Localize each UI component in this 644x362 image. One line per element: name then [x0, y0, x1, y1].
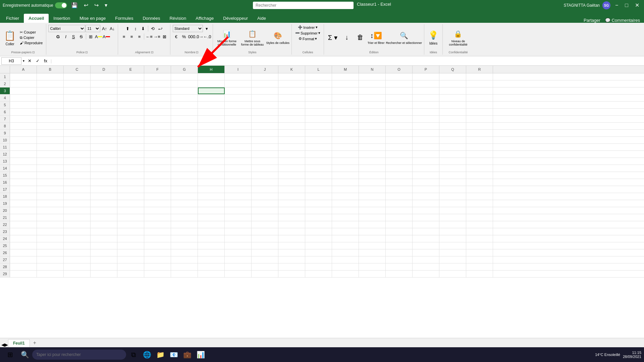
- cell-L17[interactable]: [305, 186, 332, 193]
- cell-M24[interactable]: [332, 235, 359, 242]
- cell-P27[interactable]: [413, 256, 439, 263]
- row-header-17[interactable]: 17: [0, 186, 10, 193]
- cell-D1[interactable]: [91, 73, 117, 80]
- cell-O13[interactable]: [386, 158, 413, 165]
- cell-F14[interactable]: [144, 165, 171, 172]
- cell-R11[interactable]: [466, 144, 493, 150]
- cell-B28[interactable]: [37, 263, 64, 270]
- col-header-o[interactable]: O: [386, 66, 413, 73]
- cell-G6[interactable]: [171, 109, 198, 115]
- cell-N7[interactable]: [359, 116, 386, 122]
- tab-fichier[interactable]: Fichier: [1, 14, 24, 23]
- cell-M15[interactable]: [332, 172, 359, 179]
- cell-C28[interactable]: [64, 263, 91, 270]
- mettre-sous-forme-button[interactable]: 📋: [246, 29, 259, 39]
- cell-G7[interactable]: [171, 116, 198, 122]
- cell-E29[interactable]: [117, 270, 144, 277]
- cell-L9[interactable]: [305, 130, 332, 136]
- cell-P16[interactable]: [413, 179, 439, 186]
- cell-R5[interactable]: [466, 102, 493, 108]
- cell-J28[interactable]: [252, 263, 278, 270]
- comments-button[interactable]: 💬 Commentaires: [605, 18, 640, 23]
- cell-A15[interactable]: [10, 172, 37, 179]
- row-header-27[interactable]: 27: [0, 256, 10, 263]
- cell-J15[interactable]: [252, 172, 278, 179]
- cell-N3[interactable]: [359, 87, 386, 94]
- cell-J13[interactable]: [252, 158, 278, 165]
- cell-K25[interactable]: [278, 242, 305, 249]
- cell-R16[interactable]: [466, 179, 493, 186]
- cell-B19[interactable]: [37, 200, 64, 207]
- cell-E17[interactable]: [117, 186, 144, 193]
- cell-C24[interactable]: [64, 235, 91, 242]
- cell-H28[interactable]: [198, 263, 225, 270]
- cell-L20[interactable]: [305, 207, 332, 214]
- cell-N17[interactable]: [359, 186, 386, 193]
- cell-A16[interactable]: [10, 179, 37, 186]
- cell-M29[interactable]: [332, 270, 359, 277]
- cell-E27[interactable]: [117, 256, 144, 263]
- cell-L29[interactable]: [305, 270, 332, 277]
- cell-N9[interactable]: [359, 130, 386, 136]
- cell-A3[interactable]: [10, 87, 37, 94]
- cell-H15[interactable]: [198, 172, 225, 179]
- cell-B18[interactable]: [37, 193, 64, 200]
- cell-C12[interactable]: [64, 151, 91, 158]
- cell-F12[interactable]: [144, 151, 171, 158]
- cell-L18[interactable]: [305, 193, 332, 200]
- row-header-28[interactable]: 28: [0, 263, 10, 270]
- row-header-29[interactable]: 29: [0, 270, 10, 277]
- cell-C9[interactable]: [64, 130, 91, 136]
- mise-en-forme-button[interactable]: 📊: [221, 29, 233, 39]
- cell-D10[interactable]: [91, 137, 117, 143]
- col-header-q[interactable]: Q: [439, 66, 466, 73]
- cell-H5[interactable]: [198, 102, 225, 108]
- cell-J14[interactable]: [252, 165, 278, 172]
- cell-G20[interactable]: [171, 207, 198, 214]
- cell-R15[interactable]: [466, 172, 493, 179]
- cell-H26[interactable]: [198, 249, 225, 256]
- merge-cells-button[interactable]: ⊠: [161, 33, 168, 40]
- cell-H20[interactable]: [198, 207, 225, 214]
- cell-D25[interactable]: [91, 242, 117, 249]
- number-format-select[interactable]: Standard: [173, 25, 203, 32]
- cell-D29[interactable]: [91, 270, 117, 277]
- cell-A9[interactable]: [10, 130, 37, 136]
- cell-B5[interactable]: [37, 102, 64, 108]
- cell-L12[interactable]: [305, 151, 332, 158]
- cell-M11[interactable]: [332, 144, 359, 150]
- cell-L22[interactable]: [305, 221, 332, 228]
- cell-A18[interactable]: [10, 193, 37, 200]
- cell-N23[interactable]: [359, 228, 386, 235]
- cell-I25[interactable]: [225, 242, 252, 249]
- cell-H2[interactable]: [198, 80, 225, 87]
- cell-K23[interactable]: [278, 228, 305, 235]
- cell-L7[interactable]: [305, 116, 332, 122]
- cell-F5[interactable]: [144, 102, 171, 108]
- cell-A5[interactable]: [10, 102, 37, 108]
- cell-Q27[interactable]: [439, 256, 466, 263]
- cell-G24[interactable]: [171, 235, 198, 242]
- italic-button[interactable]: I: [62, 33, 69, 40]
- cell-D6[interactable]: [91, 109, 117, 115]
- cell-E7[interactable]: [117, 116, 144, 122]
- cell-H14[interactable]: [198, 165, 225, 172]
- cell-D22[interactable]: [91, 221, 117, 228]
- coller-button[interactable]: 📋: [2, 29, 18, 42]
- cell-N4[interactable]: [359, 95, 386, 101]
- cell-J12[interactable]: [252, 151, 278, 158]
- cell-F15[interactable]: [144, 172, 171, 179]
- cell-D27[interactable]: [91, 256, 117, 263]
- cell-K8[interactable]: [278, 123, 305, 129]
- cell-K2[interactable]: [278, 80, 305, 87]
- text-direction-button[interactable]: ⟲: [149, 25, 157, 32]
- cell-N19[interactable]: [359, 200, 386, 207]
- cell-A8[interactable]: [10, 123, 37, 129]
- align-right-button[interactable]: ≡: [136, 33, 143, 40]
- cell-B16[interactable]: [37, 179, 64, 186]
- cell-E26[interactable]: [117, 249, 144, 256]
- trier-filtrer-button[interactable]: ↕🔽: [368, 31, 384, 41]
- cell-Q15[interactable]: [439, 172, 466, 179]
- cell-M19[interactable]: [332, 200, 359, 207]
- col-header-i[interactable]: I: [225, 66, 252, 73]
